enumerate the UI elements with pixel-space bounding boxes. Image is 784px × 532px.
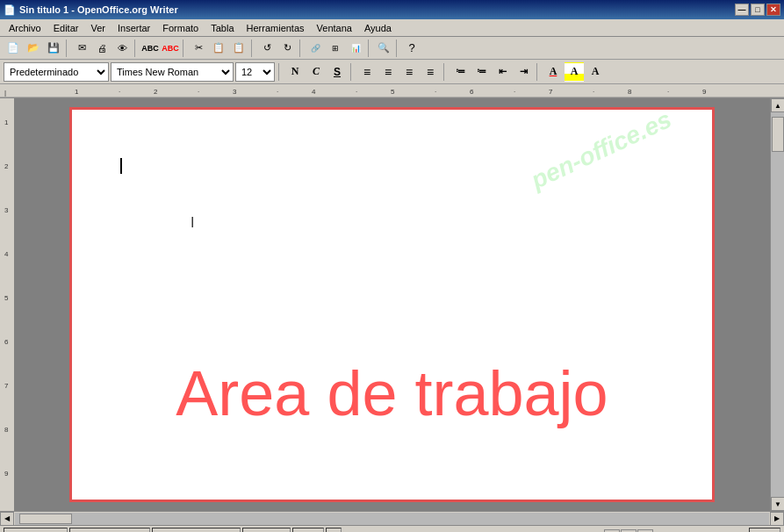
- watermark: pen-office.es: [527, 105, 676, 195]
- page-view-buttons: [604, 529, 653, 533]
- align-left-button[interactable]: ≡: [357, 62, 377, 82]
- copy-button[interactable]: 📋: [209, 39, 228, 58]
- language-info: Español (España): [152, 528, 241, 533]
- svg-text:·: ·: [667, 88, 669, 96]
- svg-text:·: ·: [198, 88, 199, 96]
- svg-text:5: 5: [391, 88, 395, 96]
- menu-item-ayuda[interactable]: Ayuda: [359, 21, 397, 35]
- separator-1: [66, 40, 69, 57]
- main-toolbar: 📄 📂 💾 ✉ 🖨 👁 ABC ABC ✂ 📋 📋 ↺ ↻ 🔗 ⊞ 📊 🔍 ?: [0, 37, 784, 60]
- size-select[interactable]: 12: [235, 62, 275, 82]
- chart-button[interactable]: 📊: [346, 39, 365, 58]
- menu-item-insertar[interactable]: Insertar: [112, 21, 155, 35]
- bg-color-button[interactable]: A: [586, 62, 605, 82]
- h-scroll-track[interactable]: [15, 513, 769, 525]
- open-button[interactable]: 📂: [24, 39, 43, 58]
- h-scroll-thumb[interactable]: [19, 514, 72, 524]
- separator-5: [299, 40, 303, 57]
- align-justify-button[interactable]: ≡: [421, 62, 440, 82]
- email-button[interactable]: ✉: [72, 39, 91, 58]
- scroll-down-button[interactable]: ▼: [771, 497, 784, 511]
- hyperlink-button[interactable]: 🔗: [306, 39, 325, 58]
- scroll-thumb[interactable]: [772, 117, 784, 152]
- highlight-button[interactable]: A: [565, 62, 584, 82]
- redo-button[interactable]: ↻: [277, 39, 297, 58]
- svg-rect-20: [0, 98, 14, 511]
- separator-fmt2: [350, 63, 354, 81]
- bold-button[interactable]: N: [285, 62, 305, 82]
- menu-item-tabla[interactable]: Tabla: [205, 21, 239, 35]
- list-ol-button[interactable]: ≔: [471, 62, 491, 82]
- font-color-button[interactable]: A: [543, 62, 563, 82]
- menu-item-formato[interactable]: Formato: [157, 21, 204, 35]
- size-dropdown-container: 12: [235, 62, 275, 82]
- menu-item-archivo[interactable]: Archivo: [4, 21, 47, 35]
- separator-2: [134, 40, 138, 57]
- undo-button[interactable]: ↺: [257, 39, 277, 58]
- std-mode[interactable]: STD: [292, 528, 324, 533]
- close-button[interactable]: ✕: [766, 4, 780, 16]
- separator-7: [396, 40, 399, 57]
- style-dropdown-container: Predeterminado: [4, 62, 109, 82]
- font-select[interactable]: Times New Roman: [111, 62, 234, 82]
- print-button[interactable]: 🖨: [92, 39, 111, 58]
- work-area-label: Area de trabajo: [72, 357, 712, 429]
- help-button[interactable]: ?: [402, 39, 421, 58]
- preview-button[interactable]: 👁: [112, 39, 132, 58]
- table-button[interactable]: ⊞: [326, 39, 345, 58]
- main-area: 1 2 3 4 5 6 7 8 9 I pen-office.es Area d…: [0, 98, 784, 511]
- paste-button[interactable]: 📋: [229, 39, 248, 58]
- scroll-track[interactable]: [771, 112, 784, 497]
- spellcheck-button[interactable]: ABC: [140, 39, 160, 58]
- list-ul-button[interactable]: ≔: [450, 62, 470, 82]
- menubar: ArchivoEditarVerInsertarFormatoTablaHerr…: [0, 19, 784, 37]
- style-info: Predeterminado: [69, 528, 150, 533]
- svg-text:4: 4: [312, 88, 316, 96]
- cut-button[interactable]: ✂: [189, 39, 208, 58]
- style-select[interactable]: Predeterminado: [4, 62, 109, 82]
- separator-fmt3: [443, 63, 447, 81]
- document-scroll[interactable]: I pen-office.es Area de trabajo: [14, 98, 770, 511]
- indent-button[interactable]: ⇥: [514, 62, 533, 82]
- menu-item-herramientas[interactable]: Herramientas: [241, 21, 310, 35]
- svg-text:6: 6: [470, 88, 474, 96]
- titlebar-controls: — □ ✕: [735, 4, 780, 16]
- outdent-button[interactable]: ⇤: [493, 62, 512, 82]
- svg-text:7: 7: [549, 88, 553, 96]
- menu-item-ver[interactable]: Ver: [85, 21, 111, 35]
- document-page[interactable]: I pen-office.es Area de trabajo: [69, 107, 715, 502]
- scroll-left-button[interactable]: ◀: [0, 512, 14, 526]
- find-button[interactable]: 🔍: [374, 39, 393, 58]
- zoom-value[interactable]: 91%: [749, 528, 780, 533]
- menu-item-ventana[interactable]: Ventana: [312, 21, 357, 35]
- star-indicator: *: [326, 528, 342, 533]
- book-view-button[interactable]: [637, 529, 653, 533]
- restore-button[interactable]: □: [751, 4, 765, 16]
- svg-text:·: ·: [119, 88, 120, 96]
- menu-item-editar[interactable]: Editar: [48, 21, 84, 35]
- italic-button[interactable]: C: [306, 62, 326, 82]
- align-center-button[interactable]: ≡: [378, 62, 398, 82]
- align-right-button[interactable]: ≡: [399, 62, 419, 82]
- edit-mode[interactable]: INSERT: [242, 528, 290, 533]
- spellcheck2-button[interactable]: ABC: [161, 39, 180, 58]
- statusbar: Página 1 / 1 Predeterminado Español (Esp…: [0, 525, 784, 532]
- text-cursor: [120, 158, 122, 174]
- horizontal-scrollbar: ◀ ▶: [0, 511, 784, 525]
- minimize-button[interactable]: —: [735, 4, 749, 16]
- svg-text:·: ·: [514, 88, 515, 96]
- underline-button[interactable]: S: [327, 62, 347, 82]
- scroll-up-button[interactable]: ▲: [771, 98, 784, 112]
- svg-text:9: 9: [702, 88, 707, 96]
- multi-page-button[interactable]: [621, 529, 637, 533]
- scroll-right-button[interactable]: ▶: [770, 512, 784, 526]
- new-button[interactable]: 📄: [4, 39, 23, 58]
- svg-text:8: 8: [4, 426, 9, 434]
- left-ruler: 1 2 3 4 5 6 7 8 9: [0, 98, 14, 511]
- page-info: Página 1 / 1: [4, 528, 68, 533]
- save-button[interactable]: 💾: [44, 39, 63, 58]
- svg-text:·: ·: [356, 88, 357, 96]
- left-ruler-svg: 1 2 3 4 5 6 7 8 9: [0, 98, 14, 511]
- svg-text:|: |: [4, 89, 6, 97]
- single-page-button[interactable]: [604, 529, 620, 533]
